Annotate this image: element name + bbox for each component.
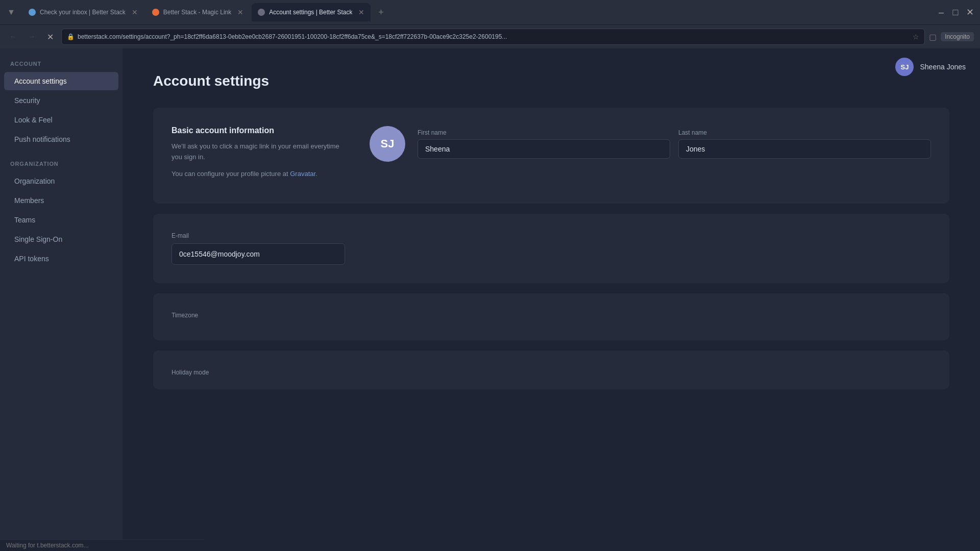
- gravatar-link[interactable]: Gravatar: [290, 170, 315, 178]
- sidebar-item-single-sign-on[interactable]: Single Sign-On: [4, 230, 118, 248]
- sidebar-label-security: Security: [14, 96, 40, 105]
- org-section-label: ORGANIZATION: [0, 161, 122, 172]
- tab-label-account: Account settings | Better Stack: [269, 9, 352, 16]
- basic-info-left: Basic account information We'll ask you …: [172, 126, 345, 185]
- sidebar-label-single-sign-on: Single Sign-On: [14, 235, 62, 243]
- bookmark-icon[interactable]: ☆: [913, 33, 919, 41]
- browser-chrome: ▼ Check your inbox | Better Stack ✕ Bett…: [0, 0, 980, 48]
- forward-button[interactable]: →: [24, 30, 39, 44]
- status-bar: Waiting for t.betterstack.com...: [0, 539, 204, 551]
- browser-addressbar: ← → ✕ 🔒 betterstack.com/settings/account…: [0, 24, 980, 48]
- first-name-input[interactable]: [418, 139, 670, 159]
- email-label: E-mail: [172, 232, 931, 239]
- user-name: Sheena Jones: [920, 63, 966, 71]
- tab-label-inbox: Check your inbox | Better Stack: [40, 9, 126, 16]
- sidebar-label-organization: Organization: [14, 177, 55, 185]
- email-input[interactable]: [172, 243, 345, 265]
- tab-favicon-magic: [152, 9, 159, 16]
- sidebar-item-push-notifications[interactable]: Push notifications: [4, 130, 118, 148]
- sidebar-label-account-settings: Account settings: [14, 77, 67, 85]
- tab-label-magic: Better Stack - Magic Link: [163, 9, 231, 16]
- sidebar-item-organization[interactable]: Organization: [4, 172, 118, 190]
- sidebar-item-teams[interactable]: Teams: [4, 211, 118, 229]
- tab-inbox[interactable]: Check your inbox | Better Stack ✕: [22, 3, 144, 21]
- tab-close-account[interactable]: ✕: [358, 8, 364, 16]
- maximize-button[interactable]: □: [949, 6, 962, 18]
- sidebar-label-api-tokens: API tokens: [14, 255, 49, 263]
- basic-info-desc1: We'll ask you to click a magic link in y…: [172, 141, 345, 163]
- holiday-section: Holiday mode: [153, 350, 949, 389]
- main-content: SJ Sheena Jones Account settings Basic a…: [122, 48, 980, 551]
- tab-close-inbox[interactable]: ✕: [132, 8, 138, 16]
- sidebar-item-account-settings[interactable]: Account settings: [4, 72, 118, 90]
- sidebar-label-members: Members: [14, 196, 44, 205]
- tab-account-settings[interactable]: Account settings | Better Stack ✕: [252, 3, 371, 21]
- browser-titlebar: ▼ Check your inbox | Better Stack ✕ Bett…: [0, 0, 980, 24]
- basic-info-desc2: You can configure your profile picture a…: [172, 169, 345, 180]
- profile-avatar: SJ: [370, 126, 405, 162]
- tab-close-magic[interactable]: ✕: [237, 8, 243, 16]
- account-section-label: ACCOUNT: [0, 61, 122, 72]
- email-section: E-mail: [153, 214, 949, 283]
- lock-icon: 🔒: [67, 33, 75, 40]
- reload-button[interactable]: ✕: [43, 30, 57, 44]
- timezone-label: Timezone: [172, 312, 931, 319]
- basic-info-right: SJ First name Last name: [370, 126, 931, 185]
- address-bar[interactable]: 🔒 betterstack.com/settings/account?_ph=1…: [61, 29, 925, 45]
- back-button[interactable]: ←: [6, 30, 20, 44]
- window-controls: – □ ✕: [935, 6, 976, 18]
- tab-magic-link[interactable]: Better Stack - Magic Link ✕: [146, 3, 250, 21]
- basic-info-title: Basic account information: [172, 126, 345, 135]
- minimize-button[interactable]: –: [935, 6, 947, 18]
- basic-info-section: Basic account information We'll ask you …: [153, 108, 949, 204]
- user-header[interactable]: SJ Sheena Jones: [881, 48, 980, 85]
- sidebar-item-look-feel[interactable]: Look & Feel: [4, 111, 118, 129]
- close-button[interactable]: ✕: [964, 6, 976, 18]
- sidebar-toggle-button[interactable]: ▢: [929, 32, 937, 42]
- holiday-label: Holiday mode: [172, 369, 931, 376]
- sidebar-label-push-notifications: Push notifications: [14, 135, 70, 143]
- tab-favicon-inbox: [29, 9, 36, 16]
- sidebar-item-api-tokens[interactable]: API tokens: [4, 249, 118, 268]
- incognito-badge: Incognito: [941, 32, 974, 41]
- page: ACCOUNT Account settings Security Look &…: [0, 48, 980, 551]
- sidebar-label-look-feel: Look & Feel: [14, 116, 53, 124]
- first-name-group: First name: [418, 129, 670, 159]
- status-text: Waiting for t.betterstack.com...: [6, 542, 89, 549]
- new-tab-button[interactable]: +: [373, 4, 389, 20]
- name-fields: First name Last name: [418, 129, 931, 159]
- sidebar-item-security[interactable]: Security: [4, 91, 118, 110]
- address-text: betterstack.com/settings/account?_ph=18c…: [78, 33, 910, 40]
- avatar-name-row: SJ First name Last name: [370, 126, 931, 162]
- first-name-label: First name: [418, 129, 670, 136]
- email-field-wrap: [172, 243, 931, 265]
- page-title: Account settings: [153, 73, 949, 89]
- sidebar-label-teams: Teams: [14, 216, 35, 224]
- last-name-label: Last name: [678, 129, 931, 136]
- account-section: ACCOUNT Account settings Security Look &…: [0, 61, 122, 148]
- timezone-section: Timezone: [153, 293, 949, 340]
- sidebar: ACCOUNT Account settings Security Look &…: [0, 48, 122, 551]
- sidebar-item-members[interactable]: Members: [4, 191, 118, 210]
- last-name-group: Last name: [678, 129, 931, 159]
- org-section: ORGANIZATION Organization Members Teams …: [0, 161, 122, 268]
- last-name-input[interactable]: [678, 139, 931, 159]
- tab-group-button[interactable]: ▼: [4, 5, 18, 19]
- basic-info-layout: Basic account information We'll ask you …: [172, 126, 931, 185]
- avatar: SJ: [895, 58, 914, 76]
- tab-favicon-account: [258, 9, 265, 16]
